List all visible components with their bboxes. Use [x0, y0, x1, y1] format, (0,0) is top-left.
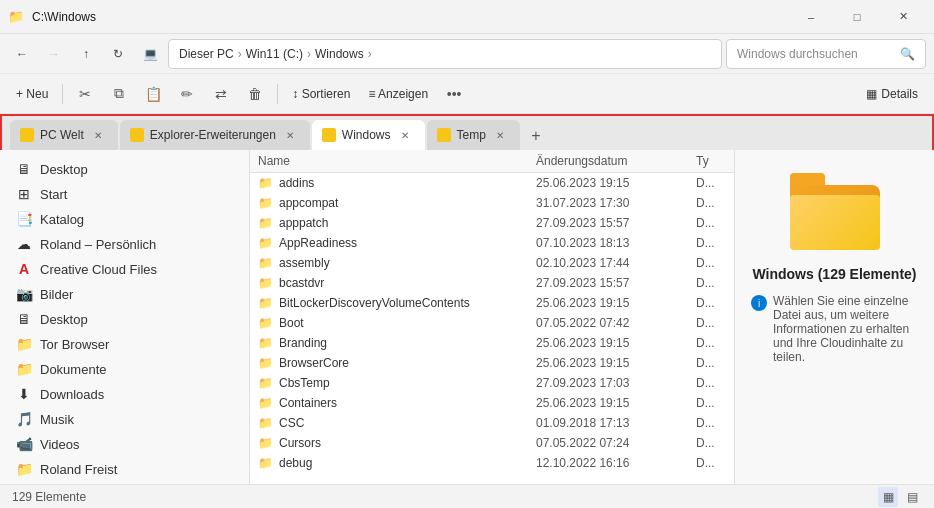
- table-row[interactable]: 📁 debug 12.10.2022 16:16 D...: [250, 453, 734, 473]
- folder-tab: [790, 173, 825, 185]
- desktop2-icon: 🖥: [16, 311, 32, 327]
- tab-icon: [130, 128, 144, 142]
- table-row[interactable]: 📁 assembly 02.10.2023 17:44 D...: [250, 253, 734, 273]
- sidebar-item-creative-cloud[interactable]: A Creative Cloud Files: [4, 257, 245, 281]
- details-button[interactable]: ▦ Details: [858, 83, 926, 105]
- tab-close[interactable]: ✕: [90, 127, 106, 143]
- share-button[interactable]: ⇄: [205, 78, 237, 110]
- musik-icon: 🎵: [16, 411, 32, 427]
- sidebar-item-videos[interactable]: 📹 Videos: [4, 432, 245, 456]
- file-type: D...: [696, 276, 726, 290]
- view-controls: ▦ ▤: [878, 487, 922, 507]
- col-name-header[interactable]: Name: [258, 154, 536, 168]
- file-name: 📁 Branding: [258, 336, 536, 350]
- computer-icon-btn[interactable]: 💻: [136, 40, 164, 68]
- table-row[interactable]: 📁 Boot 07.05.2022 07:42 D...: [250, 313, 734, 333]
- tab-temp[interactable]: Temp ✕: [427, 120, 520, 150]
- col-date-header[interactable]: Änderungsdatum: [536, 154, 696, 168]
- info-icon: i: [751, 295, 767, 311]
- sidebar-item-musik[interactable]: 🎵 Musik: [4, 407, 245, 431]
- sidebar-label: Dokumente: [40, 362, 106, 377]
- view-list-button[interactable]: ▤: [902, 487, 922, 507]
- desktop-icon: 🖥: [16, 161, 32, 177]
- tab-label: PC Welt: [40, 128, 84, 142]
- tab-pc-welt[interactable]: PC Welt ✕: [10, 120, 118, 150]
- rolandfreist-icon: 📁: [16, 461, 32, 477]
- table-row[interactable]: 📁 BitLockerDiscoveryVolumeContents 25.06…: [250, 293, 734, 313]
- back-button[interactable]: ←: [8, 40, 36, 68]
- sidebar-item-desktop2[interactable]: 🖥 Desktop: [4, 307, 245, 331]
- table-row[interactable]: 📁 bcastdvr 27.09.2023 15:57 D...: [250, 273, 734, 293]
- tab-close[interactable]: ✕: [282, 127, 298, 143]
- search-box[interactable]: Windows durchsuchen 🔍: [726, 39, 926, 69]
- more-button[interactable]: •••: [438, 78, 470, 110]
- table-row[interactable]: 📁 CbsTemp 27.09.2023 17:03 D...: [250, 373, 734, 393]
- view-button[interactable]: ≡ Anzeigen: [360, 83, 436, 105]
- address-bar: ← → ↑ ↻ 💻 Dieser PC › Win11 (C:) › Windo…: [0, 34, 934, 74]
- file-type: D...: [696, 376, 726, 390]
- file-type: D...: [696, 416, 726, 430]
- sidebar-label: Tor Browser: [40, 337, 109, 352]
- copy-button[interactable]: ⧉: [103, 78, 135, 110]
- table-row[interactable]: 📁 apppatch 27.09.2023 15:57 D...: [250, 213, 734, 233]
- sort-button[interactable]: ↕ Sortieren: [284, 83, 358, 105]
- maximize-button[interactable]: □: [834, 0, 880, 34]
- tab-windows[interactable]: Windows ✕: [312, 120, 425, 150]
- file-type: D...: [696, 396, 726, 410]
- sidebar-item-downloads[interactable]: ⬇ Downloads: [4, 382, 245, 406]
- cloud-icon: ☁: [16, 236, 32, 252]
- sidebar-item-bilder[interactable]: 📷 Bilder: [4, 282, 245, 306]
- folder-icon: 📁: [258, 176, 273, 190]
- file-date: 31.07.2023 17:30: [536, 196, 696, 210]
- refresh-button[interactable]: ↻: [104, 40, 132, 68]
- folder-icon: 📁: [258, 396, 273, 410]
- file-type: D...: [696, 456, 726, 470]
- new-button[interactable]: + Neu: [8, 83, 56, 105]
- file-type: D...: [696, 256, 726, 270]
- up-button[interactable]: ↑: [72, 40, 100, 68]
- file-date: 25.06.2023 19:15: [536, 296, 696, 310]
- tab-close[interactable]: ✕: [492, 127, 508, 143]
- table-row[interactable]: 📁 BrowserCore 25.06.2023 19:15 D...: [250, 353, 734, 373]
- status-bar: 129 Elemente ▦ ▤: [0, 484, 934, 508]
- table-row[interactable]: 📁 addins 25.06.2023 19:15 D...: [250, 173, 734, 193]
- tab-add-button[interactable]: +: [522, 122, 550, 150]
- close-button[interactable]: ✕: [880, 0, 926, 34]
- file-name: 📁 CSC: [258, 416, 536, 430]
- sidebar-item-katalog[interactable]: 📑 Katalog: [4, 207, 245, 231]
- table-row[interactable]: 📁 Branding 25.06.2023 19:15 D...: [250, 333, 734, 353]
- sidebar-item-roland-freist[interactable]: 📁 Roland Freist: [4, 457, 245, 481]
- minimize-button[interactable]: –: [788, 0, 834, 34]
- table-row[interactable]: 📁 Cursors 07.05.2022 07:24 D...: [250, 433, 734, 453]
- forward-button[interactable]: →: [40, 40, 68, 68]
- sidebar-item-start[interactable]: ⊞ Start: [4, 182, 245, 206]
- table-row[interactable]: 📁 AppReadiness 07.10.2023 18:13 D...: [250, 233, 734, 253]
- file-date: 25.06.2023 19:15: [536, 396, 696, 410]
- details-icon: ▦: [866, 87, 877, 101]
- file-type: D...: [696, 336, 726, 350]
- sidebar-item-desktop1[interactable]: 🖥 Desktop: [4, 157, 245, 181]
- rename-button[interactable]: ✏: [171, 78, 203, 110]
- cut-button[interactable]: ✂: [69, 78, 101, 110]
- tab-label: Temp: [457, 128, 486, 142]
- toolbar-right: ▦ Details: [858, 83, 926, 105]
- table-row[interactable]: 📁 Containers 25.06.2023 19:15 D...: [250, 393, 734, 413]
- sidebar-item-roland-persoenlich[interactable]: ☁ Roland – Persönlich: [4, 232, 245, 256]
- sidebar-item-tor-browser[interactable]: 📁 Tor Browser: [4, 332, 245, 356]
- file-name: 📁 appcompat: [258, 196, 536, 210]
- tab-explorer-erweiterungen[interactable]: Explorer-Erweiterungen ✕: [120, 120, 310, 150]
- sidebar-label: Katalog: [40, 212, 84, 227]
- col-type-header[interactable]: Ty: [696, 154, 726, 168]
- sidebar-label: Roland – Persönlich: [40, 237, 156, 252]
- tab-close[interactable]: ✕: [397, 127, 413, 143]
- file-name: 📁 Cursors: [258, 436, 536, 450]
- paste-button[interactable]: 📋: [137, 78, 169, 110]
- view-grid-button[interactable]: ▦: [878, 487, 898, 507]
- table-row[interactable]: 📁 appcompat 31.07.2023 17:30 D...: [250, 193, 734, 213]
- sidebar-label: Start: [40, 187, 67, 202]
- delete-button[interactable]: 🗑: [239, 78, 271, 110]
- sidebar-item-dokumente[interactable]: 📁 Dokumente: [4, 357, 245, 381]
- address-path[interactable]: Dieser PC › Win11 (C:) › Windows ›: [168, 39, 722, 69]
- folder-icon: 📁: [258, 256, 273, 270]
- table-row[interactable]: 📁 CSC 01.09.2018 17:13 D...: [250, 413, 734, 433]
